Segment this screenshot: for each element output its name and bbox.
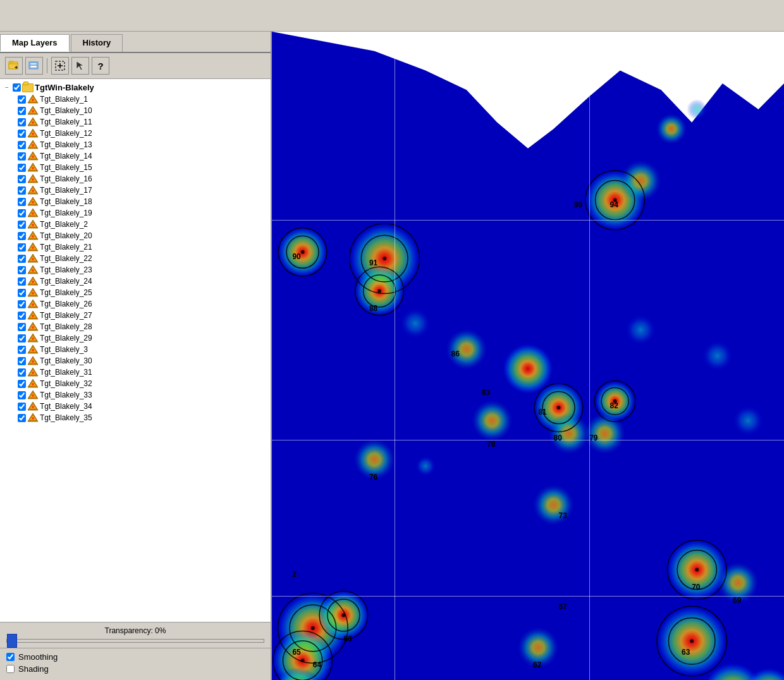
svg-point-12 [32, 99, 34, 101]
layer-item[interactable]: Tgt_Blakely_26 [0, 298, 271, 310]
shading-checkbox[interactable] [6, 665, 15, 673]
layer-checkbox[interactable] [18, 380, 26, 388]
layer-item[interactable]: Tgt_Blakely_22 [0, 253, 271, 264]
layer-item[interactable]: Tgt_Blakely_33 [0, 389, 271, 401]
layer-checkbox[interactable] [18, 346, 26, 354]
layer-checkbox[interactable] [18, 209, 26, 217]
layer-checkbox[interactable] [18, 107, 26, 115]
tab-map-layers[interactable]: Map Layers [0, 34, 70, 52]
layer-checkbox[interactable] [18, 277, 26, 286]
layer-checkbox[interactable] [18, 152, 26, 161]
layer-checkbox[interactable] [18, 232, 26, 240]
svg-point-24 [32, 144, 34, 147]
select-tool-button[interactable] [51, 57, 69, 75]
layer-item[interactable]: Tgt_Blakely_28 [0, 321, 271, 332]
layer-item[interactable]: Tgt_Blakely_21 [0, 241, 271, 253]
map-number-label: 78 [487, 440, 495, 449]
layer-item[interactable]: Tgt_Blakely_23 [0, 264, 271, 276]
layer-item[interactable]: Tgt_Blakely_16 [0, 173, 271, 185]
layer-checkbox[interactable] [18, 266, 26, 274]
layer-checkbox[interactable] [18, 221, 26, 229]
add-layer-button[interactable]: + [5, 57, 23, 75]
layer-item[interactable]: Tgt_Blakely_31 [0, 367, 271, 378]
layer-type-icon [27, 117, 39, 127]
tab-history[interactable]: History [71, 34, 123, 52]
layer-item[interactable]: Tgt_Blakely_18 [0, 196, 271, 207]
layer-checkbox[interactable] [18, 414, 26, 422]
layer-item[interactable]: Tgt_Blakely_17 [0, 185, 271, 196]
layer-item[interactable]: Tgt_Blakely_27 [0, 310, 271, 321]
layer-item[interactable]: Tgt_Blakely_10 [0, 105, 271, 116]
layer-item[interactable]: Tgt_Blakely_35 [0, 412, 271, 423]
layer-checkbox[interactable] [18, 391, 26, 399]
svg-marker-9 [77, 61, 83, 70]
layer-name: Tgt_Blakely_11 [40, 118, 92, 126]
remove-layer-button[interactable] [25, 57, 43, 75]
layer-checkbox[interactable] [18, 368, 26, 377]
layer-checkbox[interactable] [18, 95, 26, 104]
layer-item[interactable]: Tgt_Blakely_14 [0, 150, 271, 162]
layer-item[interactable]: Tgt_Blakely_12 [0, 128, 271, 139]
layer-item[interactable]: Tgt_Blakely_15 [0, 162, 271, 173]
pointer-tool-button[interactable] [71, 57, 89, 75]
layer-type-icon [27, 367, 39, 377]
layer-name: Tgt_Blakely_20 [40, 231, 92, 240]
group-checkbox[interactable] [13, 83, 21, 92]
layer-item[interactable]: Tgt_Blakely_20 [0, 230, 271, 241]
grid-line-v1 [395, 32, 395, 680]
layer-item[interactable]: Tgt_Blakely_11 [0, 116, 271, 128]
layer-item[interactable]: Tgt_Blakely_2 [0, 219, 271, 230]
layer-checkbox[interactable] [18, 312, 26, 320]
layer-checkbox[interactable] [18, 357, 26, 365]
layer-checkbox[interactable] [18, 130, 26, 138]
layer-group-header[interactable]: − TgtWin-Blakely [0, 82, 271, 94]
map-number-label: 83 [482, 388, 490, 397]
layer-type-icon [27, 379, 39, 389]
transparency-slider[interactable] [6, 639, 264, 643]
layer-item[interactable]: Tgt_Blakely_1 [0, 94, 271, 105]
top-bar [0, 0, 784, 32]
layer-type-icon [27, 310, 39, 320]
main-content: Map Layers History + [0, 32, 784, 680]
grid-line-v2 [589, 32, 590, 680]
layer-item[interactable]: Tgt_Blakely_32 [0, 378, 271, 389]
svg-point-78 [32, 349, 34, 351]
layer-item[interactable]: Tgt_Blakely_30 [0, 355, 271, 367]
layer-item[interactable]: Tgt_Blakely_24 [0, 276, 271, 287]
layer-checkbox[interactable] [18, 323, 26, 331]
layer-name: Tgt_Blakely_31 [40, 368, 92, 377]
layer-checkbox[interactable] [18, 164, 26, 172]
layer-checkbox[interactable] [18, 403, 26, 411]
layer-checkbox[interactable] [18, 300, 26, 308]
layer-checkbox[interactable] [18, 186, 26, 195]
layer-tree[interactable]: − TgtWin-Blakely Tgt_Blakely_1 [0, 79, 271, 622]
svg-point-51 [32, 246, 34, 249]
layer-item[interactable]: Tgt_Blakely_13 [0, 139, 271, 150]
layer-checkbox[interactable] [18, 175, 26, 183]
layer-checkbox[interactable] [18, 255, 26, 263]
layer-type-icon [27, 151, 39, 161]
help-button[interactable]: ? [92, 57, 109, 75]
layer-type-icon [27, 197, 39, 207]
layer-checkbox[interactable] [18, 198, 26, 206]
layer-item[interactable]: Tgt_Blakely_34 [0, 401, 271, 412]
layer-item[interactable]: Tgt_Blakely_3 [0, 344, 271, 355]
map-area[interactable]: 9594909188868381828079787673706967666564… [272, 32, 784, 680]
layer-checkbox[interactable] [18, 289, 26, 297]
layer-type-icon [27, 413, 39, 423]
layer-item[interactable]: Tgt_Blakely_29 [0, 332, 271, 344]
smoothing-checkbox[interactable] [6, 653, 15, 661]
layer-item[interactable]: Tgt_Blakely_25 [0, 287, 271, 298]
layer-checkbox[interactable] [18, 334, 26, 343]
map-number-label: 88 [369, 304, 377, 313]
layer-item[interactable]: Tgt_Blakely_19 [0, 207, 271, 219]
layer-name: Tgt_Blakely_14 [40, 152, 92, 161]
layer-checkbox[interactable] [18, 141, 26, 149]
options-section: Smoothing Shading [0, 648, 271, 680]
layer-checkbox[interactable] [18, 118, 26, 126]
layer-type-icon [27, 128, 39, 138]
layer-name: Tgt_Blakely_3 [40, 345, 88, 354]
layer-type-icon [27, 253, 39, 264]
layer-name: Tgt_Blakely_15 [40, 163, 92, 172]
layer-checkbox[interactable] [18, 243, 26, 252]
